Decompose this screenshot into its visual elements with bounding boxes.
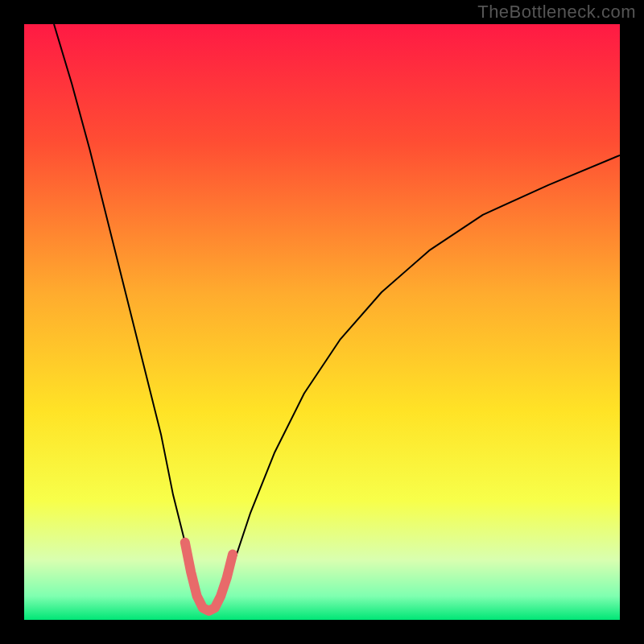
bottleneck-plot — [24, 24, 620, 620]
plot-background — [24, 24, 620, 620]
watermark-text: TheBottleneck.com — [477, 2, 636, 23]
chart-frame: TheBottleneck.com — [0, 0, 644, 644]
